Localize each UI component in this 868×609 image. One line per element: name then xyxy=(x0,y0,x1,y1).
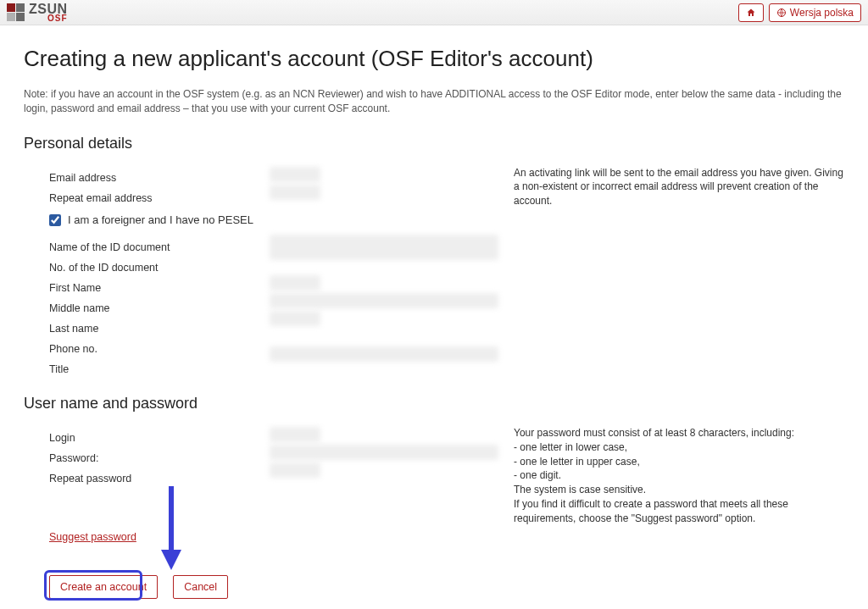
label-repeat-password: Repeat password xyxy=(49,468,270,489)
label-email: Email address xyxy=(49,168,270,188)
label-first-name: First Name xyxy=(49,278,270,298)
password-help-text: Your password must consist of at least 8… xyxy=(498,423,844,526)
first-name-field[interactable] xyxy=(270,275,320,291)
label-repeat-email: Repeat email address xyxy=(49,188,270,208)
label-phone: Phone no. xyxy=(49,339,270,359)
section-personal-heading: Personal details xyxy=(24,135,844,152)
brand-text: ZSUN OSF xyxy=(29,3,68,23)
personal-form: Email address Repeat email address An ac… xyxy=(24,163,844,208)
label-id-doc-no: No. of the ID document xyxy=(49,257,270,278)
top-bar: ZSUN OSF Wersja polska xyxy=(0,0,868,25)
page-title: Creating a new applicant's account (OSF … xyxy=(24,46,844,72)
label-title: Title xyxy=(49,359,270,379)
svg-marker-2 xyxy=(161,550,181,570)
cancel-button[interactable]: Cancel xyxy=(173,575,228,599)
foreigner-label: I am a foreigner and I have no PESEL xyxy=(68,213,253,226)
foreigner-checkbox[interactable] xyxy=(49,214,61,226)
create-account-button[interactable]: Create an account xyxy=(49,575,158,599)
label-id-doc-name: Name of the ID document xyxy=(49,237,270,257)
globe-icon xyxy=(776,8,787,18)
repeat-password-field[interactable] xyxy=(270,462,320,478)
title-select[interactable] xyxy=(270,346,498,362)
label-last-name: Last name xyxy=(49,318,270,339)
middle-name-field[interactable] xyxy=(270,293,498,308)
home-button[interactable] xyxy=(738,3,764,22)
actions-row: Create an account Cancel xyxy=(49,575,844,599)
home-icon xyxy=(746,8,756,18)
email-field[interactable] xyxy=(270,167,320,182)
last-name-field[interactable] xyxy=(270,311,320,326)
password-field[interactable] xyxy=(270,445,498,460)
repeat-email-field[interactable] xyxy=(270,185,320,200)
page-note: Note: if you have an account in the OSF … xyxy=(24,87,844,116)
language-button[interactable]: Wersja polska xyxy=(769,3,861,22)
personal-form-2: Name of the ID document No. of the ID do… xyxy=(24,232,844,379)
section-credentials-heading: User name and password xyxy=(24,395,844,412)
label-middle-name: Middle name xyxy=(49,298,270,318)
brand-logo: ZSUN OSF xyxy=(7,3,68,23)
login-field[interactable] xyxy=(270,427,320,442)
id-doc-name-select[interactable] xyxy=(270,235,498,260)
language-label: Wersja polska xyxy=(790,7,854,19)
credentials-form: Login Password: Repeat password Your pas… xyxy=(24,423,844,526)
suggest-password-link[interactable]: Suggest password xyxy=(49,531,136,543)
logo-mark-icon xyxy=(7,3,25,22)
label-login: Login xyxy=(49,428,270,448)
label-password: Password: xyxy=(49,448,270,468)
email-help-text: An activating link will be sent to the e… xyxy=(498,163,844,208)
